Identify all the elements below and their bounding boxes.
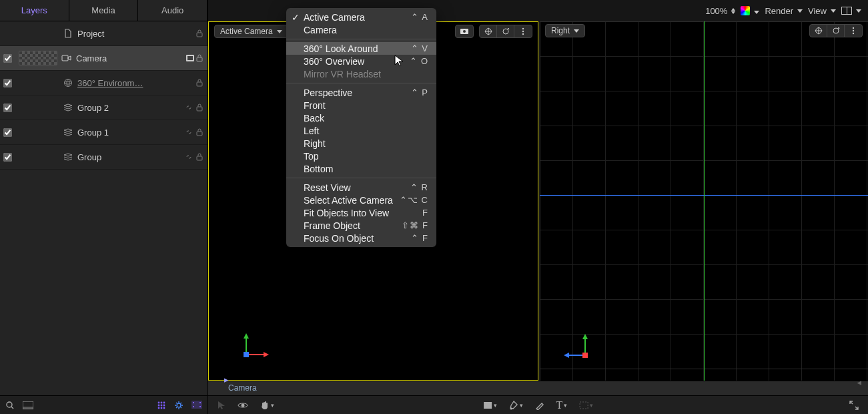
layer-row-360env[interactable]: 360° Environm… [0, 71, 207, 95]
layer-row-camera[interactable]: Camera [0, 46, 207, 71]
layout-dropdown[interactable] [841, 7, 861, 15]
filmstrip-icon[interactable] [191, 401, 202, 410]
stack-icon [63, 102, 73, 113]
svg-point-5 [65, 79, 72, 87]
link-icon[interactable] [185, 128, 193, 136]
gear-icon[interactable] [174, 401, 183, 410]
layer-checkbox[interactable] [0, 52, 15, 65]
menu-item-bottom[interactable]: Bottom [286, 162, 436, 175]
menu-shortcut: ⇧⌘ F [402, 220, 428, 230]
menu-item-label: Select Active Camera [304, 195, 393, 206]
menu-item-label: Active Camera [304, 12, 365, 23]
layer-checkbox[interactable] [0, 101, 15, 114]
menu-item-perspective[interactable]: Perspective⌃ P [286, 86, 436, 99]
axis-gizmo-left [238, 327, 272, 360]
layer-row-group2[interactable]: Group 2 [0, 95, 207, 120]
svg-rect-11 [197, 156, 202, 160]
paint-tool-icon[interactable]: ▾ [509, 401, 523, 410]
menu-item-label: 360° Overview [304, 56, 364, 67]
playhead-end-icon[interactable]: ▸ [857, 377, 861, 387]
orbit-tool-icon[interactable] [238, 400, 248, 411]
svg-marker-46 [564, 353, 569, 358]
menu-item-left[interactable]: Left [286, 124, 436, 137]
menu-item-select-active-camera[interactable]: Select Active Camera⌃⌥ C [286, 194, 436, 206]
menu-item-fit-objects[interactable]: Fit Objects Into ViewF [286, 206, 436, 219]
grid-icon[interactable] [157, 401, 166, 410]
svg-marker-44 [582, 334, 588, 339]
camera-dropdown-left[interactable]: Active Camera [214, 25, 288, 38]
nav-controls-left [479, 25, 532, 38]
svg-point-15 [158, 401, 160, 403]
link-icon[interactable] [185, 104, 193, 112]
tab-audio[interactable]: Audio [138, 0, 207, 21]
orbit-icon[interactable] [497, 25, 514, 37]
lock-icon[interactable] [195, 153, 203, 161]
pan-icon[interactable] [810, 25, 827, 37]
mask-tool-icon[interactable]: ▾ [579, 401, 593, 409]
menu-item-top[interactable]: Top [286, 150, 436, 162]
menu-item-right[interactable]: Right [286, 137, 436, 150]
tab-media[interactable]: Media [69, 0, 139, 21]
layer-row-group[interactable]: Group [0, 145, 207, 170]
viewport-right-header: Right [545, 24, 863, 37]
menu-item-focus-object[interactable]: Focus On Object⌃ F [286, 232, 436, 244]
expand-icon[interactable] [849, 401, 859, 410]
menu-item-360-overview[interactable]: 360° Overview⌃ O [286, 55, 436, 67]
zoom-level[interactable]: 100% [705, 6, 735, 16]
menu-item-360-look-around[interactable]: 360° Look Around⌃ V [286, 42, 436, 55]
svg-rect-47 [582, 353, 588, 358]
menu-item-front[interactable]: Front [286, 99, 436, 112]
render-dropdown[interactable]: Render [765, 6, 803, 16]
menu-shortcut: ⌃ F [411, 233, 428, 243]
pointer-tool-icon[interactable] [218, 401, 226, 410]
brush-tool-icon[interactable] [535, 401, 544, 410]
svg-rect-50 [484, 402, 492, 409]
timeline[interactable]: ▸ Camera ▸ [208, 381, 868, 395]
layer-label: Group [77, 152, 185, 162]
layer-row-project[interactable]: Project [0, 21, 207, 46]
menu-shortcut: ⌃⌥ C [400, 195, 428, 205]
camera-frame-icon[interactable] [456, 25, 473, 37]
stack-icon [63, 152, 73, 162]
lock-icon[interactable] [195, 54, 203, 62]
more-icon[interactable] [514, 25, 532, 37]
svg-point-23 [163, 407, 165, 409]
menu-shortcut: ⌃ P [411, 87, 428, 97]
view-dropdown[interactable]: View [808, 6, 836, 16]
menu-item-back[interactable]: Back [286, 112, 436, 124]
menu-item-reset-view[interactable]: Reset View⌃ R [286, 181, 436, 194]
camera-dropdown-right[interactable]: Right [545, 24, 585, 37]
svg-rect-52 [580, 402, 588, 409]
sidebar: Layers Media Audio Project Camera [0, 0, 208, 414]
layer-checkbox[interactable] [0, 77, 15, 89]
orbit-icon[interactable] [827, 25, 845, 37]
shape-tool-icon[interactable]: ▾ [483, 401, 497, 409]
hand-tool-icon[interactable]: ▾ [260, 401, 274, 410]
svg-point-19 [161, 404, 163, 406]
tab-layers[interactable]: Layers [0, 0, 69, 21]
lock-icon[interactable] [195, 29, 203, 37]
lock-icon[interactable] [195, 79, 203, 87]
layer-checkbox[interactable] [0, 151, 15, 164]
layer-row-group1[interactable]: Group 1 [0, 120, 207, 145]
svg-point-24 [177, 403, 181, 407]
viewport-right[interactable]: Right [540, 21, 868, 381]
view-mode-button[interactable] [455, 25, 474, 38]
svg-rect-29 [199, 406, 201, 407]
more-icon[interactable] [845, 25, 862, 37]
link-icon[interactable] [185, 153, 193, 161]
color-channel-dropdown[interactable] [741, 6, 759, 16]
sphere-icon [63, 77, 73, 88]
panel-icon[interactable] [23, 401, 33, 409]
menu-item-frame-object[interactable]: Frame Object⇧⌘ F [286, 219, 436, 232]
search-icon[interactable] [5, 401, 15, 410]
menu-item-camera[interactable]: Camera [286, 23, 436, 36]
layer-checkbox[interactable] [0, 126, 15, 139]
menu-item-label: Front [304, 100, 326, 111]
menu-item-active-camera[interactable]: ✓Active Camera⌃ A [286, 11, 436, 23]
pan-icon[interactable] [480, 25, 497, 37]
lock-icon[interactable] [195, 104, 203, 112]
text-tool-icon[interactable]: T▾ [556, 399, 568, 411]
lock-icon[interactable] [195, 128, 203, 136]
menu-item-label: Fit Objects Into View [304, 208, 389, 218]
